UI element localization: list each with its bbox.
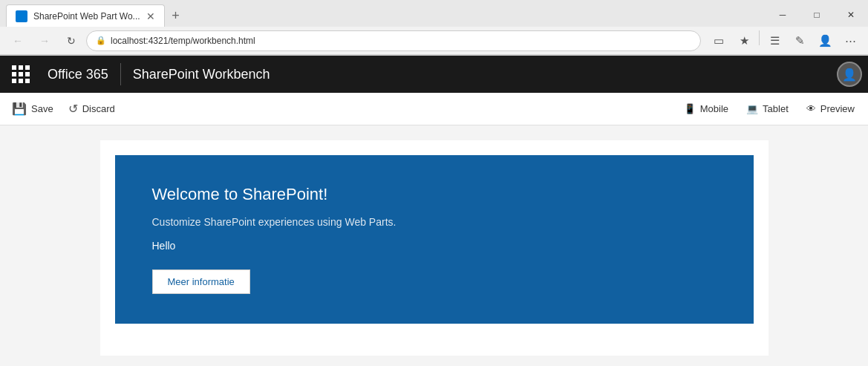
page-canvas: Welcome to SharePoint! Customize SharePo…: [100, 140, 769, 356]
discard-label: Discard: [82, 103, 115, 114]
bookmark-icon[interactable]: ★: [732, 30, 756, 51]
more-icon[interactable]: ⋯: [838, 30, 862, 51]
webpart-title: Welcome to SharePoint!: [152, 185, 717, 204]
avatar-icon: 👤: [842, 68, 857, 82]
active-tab[interactable]: SharePoint Web Part Wo... ✕: [6, 4, 165, 27]
minimize-button[interactable]: ─: [766, 3, 800, 27]
lock-icon: 🔒: [96, 36, 106, 45]
address-bar: ← → ↻ 🔒 localhost:4321/temp/workbench.ht…: [0, 27, 868, 55]
close-button[interactable]: ✕: [834, 3, 868, 27]
url-bar[interactable]: 🔒 localhost:4321/temp/workbench.html: [86, 30, 701, 51]
mobile-icon: 📱: [684, 103, 696, 114]
tablet-icon: 💻: [746, 103, 758, 114]
meer-informatie-button[interactable]: Meer informatie: [152, 269, 250, 294]
toolbar-separator: [759, 30, 760, 45]
preview-button[interactable]: 👁 Preview: [799, 99, 862, 119]
sharepoint-workbench-title: SharePoint Workbench: [121, 67, 282, 82]
tablet-label: Tablet: [763, 103, 789, 114]
mobile-view-button[interactable]: 📱 Mobile: [676, 99, 736, 119]
discard-button[interactable]: ↺ Discard: [62, 97, 121, 120]
reader-view-icon[interactable]: ▭: [707, 30, 731, 51]
mobile-label: Mobile: [700, 103, 728, 114]
workbench-toolbar: 💾 Save ↺ Discard 📱 Mobile 💻 Tablet 👁 Pre…: [0, 93, 868, 125]
tablet-view-button[interactable]: 💻 Tablet: [739, 99, 796, 119]
app-wrapper: Office 365 SharePoint Workbench 👤 💾 Save…: [0, 56, 868, 366]
discard-icon: ↺: [68, 102, 78, 116]
browser-toolbar-icons: ▭ ★ ☰ ✎ 👤 ⋯: [707, 30, 862, 51]
office365-title: Office 365: [36, 67, 120, 82]
maximize-button[interactable]: □: [800, 3, 834, 27]
webpart-description: Customize SharePoint experiences using W…: [152, 216, 717, 228]
window-controls: ─ □ ✕: [766, 3, 868, 27]
preview-label: Preview: [820, 103, 855, 114]
refresh-button[interactable]: ↻: [59, 30, 83, 51]
webpart-hello: Hello: [152, 240, 717, 252]
tab-favicon: [16, 10, 27, 22]
save-button[interactable]: 💾 Save: [6, 97, 59, 120]
new-tab-button[interactable]: +: [165, 4, 187, 27]
preview-icon: 👁: [806, 103, 816, 114]
app-title-section: Office 365 SharePoint Workbench: [36, 56, 282, 93]
hub-icon[interactable]: ☰: [763, 30, 786, 51]
forward-button[interactable]: →: [33, 30, 56, 51]
app-header: Office 365 SharePoint Workbench 👤: [0, 56, 868, 93]
view-controls: 📱 Mobile 💻 Tablet 👁 Preview: [676, 99, 862, 119]
waffle-menu-button[interactable]: [6, 59, 36, 89]
waffle-grid-icon: [12, 65, 30, 83]
user-avatar-button[interactable]: 👤: [831, 56, 868, 93]
tab-title: SharePoint Web Part Wo...: [33, 11, 140, 22]
back-button[interactable]: ←: [6, 30, 30, 51]
url-text: localhost:4321/temp/workbench.html: [111, 36, 255, 46]
pen-icon[interactable]: ✎: [788, 30, 812, 51]
main-content: Welcome to SharePoint! Customize SharePo…: [0, 125, 868, 366]
webpart-card: Welcome to SharePoint! Customize SharePo…: [115, 155, 754, 324]
save-label: Save: [31, 103, 53, 114]
avatar-circle: 👤: [837, 62, 862, 87]
save-icon: 💾: [12, 102, 27, 116]
tab-close-button[interactable]: ✕: [146, 11, 155, 22]
person-icon[interactable]: 👤: [813, 30, 837, 51]
tab-bar: SharePoint Web Part Wo... ✕ + ─ □ ✕: [0, 0, 868, 27]
